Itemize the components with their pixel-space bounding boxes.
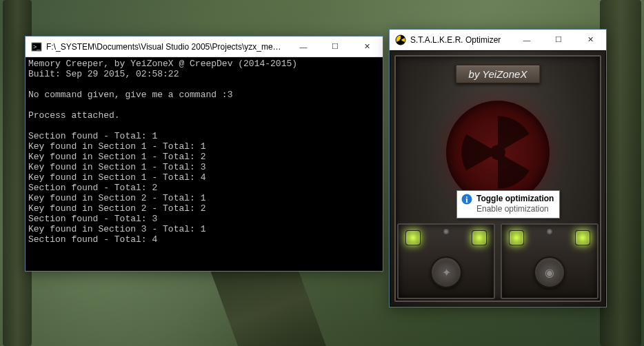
- console-window: >_ F:\_SYSTEM\Documents\Visual Studio 20…: [25, 36, 383, 272]
- indicator-light-icon: [509, 230, 524, 245]
- indicator-light-icon: [405, 230, 421, 245]
- minimize-button[interactable]: —: [288, 37, 319, 57]
- indicator-light-icon: [472, 230, 487, 245]
- tooltip-title: Toggle optimization: [476, 194, 554, 204]
- svg-text:>_: >_: [33, 43, 41, 50]
- window-controls: — ☐ ✕: [511, 30, 606, 50]
- tooltip-body: Enable optimization: [476, 204, 554, 214]
- toggle-optimization-button[interactable]: ✦: [397, 223, 495, 299]
- console-output[interactable]: Memory Creeper, by YeiZoneX @ CreepDev (…: [26, 57, 383, 271]
- info-icon: i: [461, 194, 472, 205]
- optimizer-body: by YeiZoneX i Toggle optimization Enable…: [390, 50, 606, 307]
- screw-icon: [443, 229, 449, 234]
- close-button[interactable]: ✕: [574, 30, 606, 50]
- maximize-button[interactable]: ☐: [543, 30, 574, 50]
- radiation-logo: [446, 101, 550, 204]
- screw-icon: [547, 229, 552, 234]
- optimizer-title: S.T.A.L.K.E.R. Optimizer: [410, 35, 511, 45]
- window-controls: — ☐ ✕: [288, 37, 383, 57]
- dial-icon: ✦: [430, 256, 462, 288]
- console-title: F:\_SYSTEM\Documents\Visual Studio 2005\…: [46, 42, 288, 52]
- credit-plate: by YeiZoneX: [456, 65, 541, 83]
- secondary-control-button[interactable]: ◉: [501, 223, 598, 299]
- minimize-button[interactable]: —: [511, 30, 543, 50]
- optimizer-window: S.T.A.L.K.E.R. Optimizer — ☐ ✕ by YeiZon…: [389, 29, 607, 307]
- close-button[interactable]: ✕: [351, 37, 383, 57]
- toggle-optimization-tooltip: i Toggle optimization Enable optimizatio…: [456, 190, 560, 218]
- maximize-button[interactable]: ☐: [319, 37, 351, 57]
- console-icon: >_: [31, 41, 42, 52]
- indicator-light-icon: [575, 230, 590, 245]
- radiation-icon: [395, 34, 406, 45]
- dial-icon: ◉: [534, 256, 565, 288]
- console-titlebar[interactable]: >_ F:\_SYSTEM\Documents\Visual Studio 20…: [26, 37, 383, 57]
- optimizer-titlebar[interactable]: S.T.A.L.K.E.R. Optimizer — ☐ ✕: [390, 30, 606, 50]
- control-panel: ✦ ◉: [397, 223, 598, 299]
